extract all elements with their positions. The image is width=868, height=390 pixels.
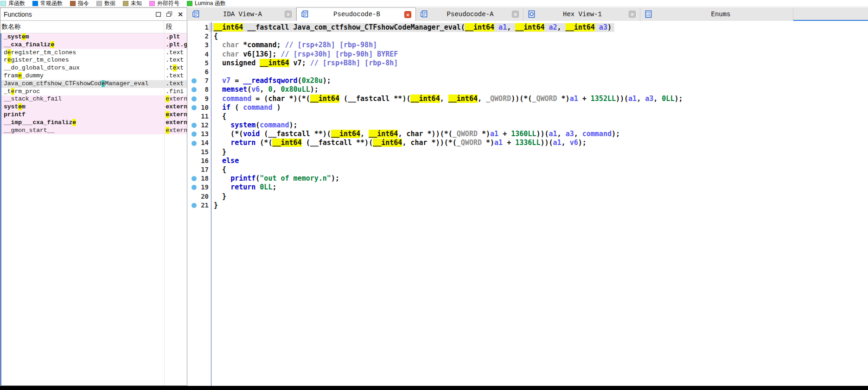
- tab-hex-view-1[interactable]: Hex View-1×: [523, 7, 640, 21]
- breakpoint-cell[interactable]: [188, 132, 200, 137]
- close-icon[interactable]: ✕: [177, 11, 184, 17]
- code-line[interactable]: 18 printf("out of memory.n");: [188, 174, 868, 183]
- code-line[interactable]: 4 char v6[136]; // [rsp+30h] [rbp-90h] B…: [188, 50, 868, 59]
- code-line[interactable]: 10 if ( command ): [188, 103, 868, 112]
- code-line[interactable]: 17 {: [188, 165, 868, 174]
- breakpoint-cell[interactable]: [188, 203, 200, 208]
- code-line[interactable]: 5 unsigned __int64 v7; // [rsp+B8h] [rbp…: [188, 59, 868, 68]
- code-token: __int64: [260, 59, 289, 67]
- code-token: _QWORD: [457, 138, 482, 147]
- breakpoint-icon[interactable]: [191, 203, 197, 208]
- code-token: }: [214, 201, 218, 209]
- breakpoint-icon[interactable]: [191, 185, 197, 190]
- code-text: else: [209, 157, 242, 165]
- code-token: ,: [562, 138, 570, 147]
- function-row[interactable]: _term_proc.fini: [1, 88, 187, 96]
- code-token: __int64: [566, 23, 595, 31]
- function-row[interactable]: __do_global_dtors_aux.text: [1, 64, 187, 72]
- code-line[interactable]: 11 {: [188, 112, 868, 121]
- function-name: _term_proc: [1, 88, 164, 96]
- code-text: printf("out of memory.n");: [209, 174, 342, 183]
- code-line[interactable]: 2{: [188, 32, 868, 41]
- function-row[interactable]: __stack_chk_failextern: [1, 95, 187, 103]
- function-row[interactable]: __gmon_start__extern: [1, 127, 187, 135]
- tab-enums[interactable]: Enums: [640, 7, 793, 21]
- color-legend-bar: 库函数常规函数指令数据未知外部符号Lumina 函数: [0, 0, 868, 7]
- breakpoint-icon[interactable]: [191, 96, 197, 101]
- code-token: [214, 50, 222, 58]
- breakpoint-icon[interactable]: [191, 132, 197, 137]
- code-line[interactable]: 9 command = (char *)(*(__int64 (__fastca…: [188, 94, 868, 103]
- float-windows-icon[interactable]: [166, 11, 172, 17]
- breakpoint-cell[interactable]: [188, 105, 200, 110]
- pseudocode-view[interactable]: 1__int64 __fastcall Java_com_ctfshow_CTF…: [188, 22, 868, 386]
- breakpoint-cell[interactable]: [188, 96, 200, 101]
- tab-close-button[interactable]: ×: [404, 11, 411, 18]
- code-line[interactable]: 20 }: [188, 192, 868, 201]
- function-name: _system: [1, 33, 164, 41]
- tab-ida-view-a[interactable]: IDA View-A×: [188, 7, 296, 21]
- function-segment: extern: [164, 95, 187, 103]
- breakpoint-icon[interactable]: [191, 87, 197, 92]
- code-line[interactable]: 12 system(command);: [188, 121, 868, 130]
- column-header-segment[interactable]: 段: [164, 23, 172, 31]
- function-row[interactable]: printfextern: [1, 111, 187, 119]
- breakpoint-cell[interactable]: [188, 87, 200, 92]
- code-line[interactable]: 6: [188, 68, 868, 76]
- function-row[interactable]: _system.plt: [1, 33, 187, 41]
- functions-panel-titlebar[interactable]: Functions ✕: [0, 8, 187, 21]
- tab-close-button[interactable]: ×: [512, 11, 519, 18]
- text-fragment: e: [72, 119, 76, 126]
- breakpoint-cell[interactable]: [188, 141, 200, 146]
- breakpoint-cell[interactable]: [188, 185, 200, 190]
- line-number: 18: [200, 174, 209, 183]
- code-line[interactable]: 3 char *command; // [rsp+28h] [rbp-98h]: [188, 41, 868, 50]
- code-line[interactable]: 8 memset(v6, 0, 0x80uLL);: [188, 85, 868, 94]
- code-line[interactable]: 1__int64 __fastcall Java_com_ctfshow_CTF…: [188, 23, 868, 32]
- breakpoint-cell[interactable]: [188, 123, 200, 128]
- code-token: {: [214, 165, 226, 174]
- breakpoint-icon[interactable]: [191, 123, 197, 128]
- function-row[interactable]: __imp___cxa_finalizeextern: [1, 119, 187, 127]
- tab-close-button[interactable]: ×: [629, 11, 636, 18]
- text-fragment: m: [26, 33, 29, 40]
- code-text: __int64 __fastcall Java_com_ctfshow_CTFs…: [209, 23, 614, 32]
- legend-item: Lumina 函数: [187, 0, 226, 7]
- text-fragment: .text: [166, 49, 184, 56]
- column-header-name[interactable]: 数名称: [0, 21, 164, 33]
- tab-pseudocode-a[interactable]: Pseudocode-A×: [416, 7, 523, 21]
- code-line[interactable]: 21}: [188, 201, 868, 210]
- breakpoint-icon[interactable]: [191, 105, 197, 110]
- code-line[interactable]: 16 else: [188, 157, 868, 165]
- function-row[interactable]: systemextern: [1, 103, 187, 111]
- code-token: (: [230, 103, 243, 112]
- line-number: 19: [200, 183, 209, 192]
- function-row[interactable]: frame_dummy.text: [1, 72, 187, 80]
- breakpoint-icon[interactable]: [191, 176, 197, 181]
- function-row[interactable]: register_tm_clones.text: [1, 57, 187, 64]
- code-text: char v6[136]; // [rsp+30h] [rbp-90h] BYR…: [209, 50, 401, 59]
- tab-close-button[interactable]: ×: [285, 11, 292, 18]
- code-line[interactable]: 7 v7 = __readfsqword(0x28u);: [188, 76, 868, 85]
- code-token: __int64: [515, 23, 544, 31]
- breakpoint-cell[interactable]: [188, 78, 200, 83]
- function-segment: .text: [164, 57, 187, 64]
- code-token: [595, 23, 599, 31]
- function-row[interactable]: deregister_tm_clones.text: [1, 49, 187, 57]
- function-row[interactable]: Java_com_ctfshow_CTFshowCodeManager_eval…: [1, 80, 187, 88]
- breakpoint-cell[interactable]: [188, 176, 200, 181]
- code-token: _QWORD: [486, 94, 511, 103]
- code-line[interactable]: 13 (*(void (__fastcall **)(__int64, __in…: [188, 130, 868, 138]
- legend-item: 未知: [123, 0, 142, 7]
- code-line[interactable]: 14 return (*(__int64 (__fastcall **)(__i…: [188, 138, 868, 147]
- breakpoint-icon[interactable]: [191, 78, 197, 83]
- code-token: __int64: [214, 23, 243, 31]
- function-row[interactable]: __cxa_finalize.plt.g: [1, 41, 187, 49]
- maximize-icon[interactable]: [155, 11, 161, 17]
- text-fragment: e: [22, 33, 26, 40]
- breakpoint-icon[interactable]: [191, 141, 197, 146]
- tab-pseudocode-b[interactable]: Pseudocode-B×: [296, 7, 416, 21]
- code-line[interactable]: 15 }: [188, 148, 868, 157]
- function-name: deregister_tm_clones: [1, 49, 164, 57]
- code-line[interactable]: 19 return 0LL;: [188, 183, 868, 192]
